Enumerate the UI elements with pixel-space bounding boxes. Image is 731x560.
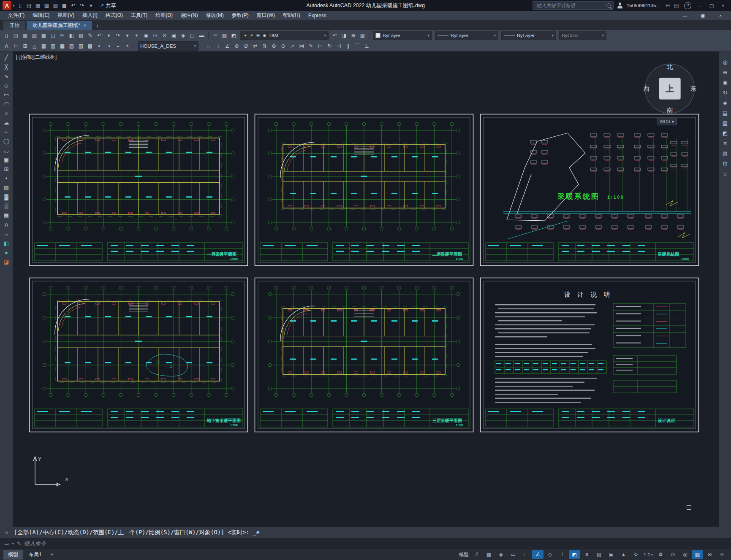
viewcube-wcs-menu[interactable]: WCS ▾ (657, 118, 677, 125)
redo-icon[interactable]: ↷ (78, 1, 87, 10)
grid-display-icon[interactable]: ⊡ (720, 159, 730, 168)
leader-icon[interactable]: ↗ (288, 41, 297, 50)
layer-on-icon[interactable]: ● (242, 32, 248, 39)
dimension-update-icon[interactable]: ↻ (325, 41, 334, 50)
account-id[interactable]: 15059991135... (627, 3, 660, 8)
menu-item[interactable]: 窗口(W) (253, 11, 279, 19)
layer-color-swatch[interactable]: ■ (261, 32, 267, 39)
share-button[interactable]: ↗ 共享 (97, 2, 120, 9)
recent-commands-icon[interactable]: ▾ (12, 541, 14, 546)
color-dropdown[interactable]: ByLayer ▾ (373, 31, 432, 40)
tool-palettes-icon[interactable]: ▢ (188, 31, 197, 40)
tolerance-icon[interactable]: ⊕ (269, 41, 278, 50)
home-view-icon[interactable]: ⌂ (720, 169, 730, 178)
menu-item[interactable]: 格式(O) (102, 11, 127, 19)
pan-hand-icon[interactable]: ⊕ (720, 68, 730, 77)
annotation-visibility-icon[interactable]: ▲ (618, 550, 629, 559)
inspect-dimension-icon[interactable]: ⊥ (362, 41, 371, 50)
layer-control-dropdown[interactable]: ●☀◉■ DIM ▾ (240, 31, 329, 40)
circle-icon[interactable]: ○ (1, 109, 11, 118)
layer-isolate-icon[interactable]: ◩ (229, 31, 238, 40)
layer-walk-icon[interactable]: ▧ (358, 31, 367, 40)
layer-states-icon[interactable]: ▦ (220, 31, 229, 40)
ungroup-icon[interactable]: ▨ (76, 41, 85, 50)
compass-north-label[interactable]: 北 (667, 63, 673, 71)
snap-icon[interactable]: ▩ (483, 550, 495, 559)
mirror-icon[interactable]: ◓ (123, 41, 132, 50)
pan-icon[interactable]: ＋ (132, 31, 141, 40)
model-space-canvas[interactable]: [-][俯视][二维线框] 北 南 东 西 上 WCS ▾ Y × 一层采暖平面… (13, 51, 719, 527)
viewport-controls[interactable]: [-][俯视][二维线框] (16, 54, 57, 61)
eraser-icon[interactable]: ◪ (1, 257, 11, 266)
dimension-radius-icon[interactable]: ⊘ (232, 41, 241, 50)
plotstyle-dropdown[interactable]: ByColor ▾ (559, 31, 606, 40)
apps-icon[interactable]: ▤ (672, 1, 681, 10)
dimension-angular-icon[interactable]: ∠ (223, 41, 232, 50)
line-icon[interactable]: ╱ (1, 53, 11, 62)
properties-palette-icon[interactable]: ▣ (169, 31, 178, 40)
jogged-dimension-icon[interactable]: ⌒ (353, 41, 362, 50)
command-input-bar[interactable]: ▭ ▾ ✎ 键入命令 (0, 538, 731, 549)
anchor-left-icon[interactable]: ◩ (720, 129, 730, 138)
menu-item[interactable]: 插入(I) (79, 11, 101, 19)
menu-item[interactable]: 文件(F) (4, 11, 28, 19)
lineweight-icon[interactable]: ≡ (581, 550, 592, 559)
dimension-continue-icon[interactable]: ⇄ (251, 41, 260, 50)
zoom-previous-icon[interactable]: ⊙ (160, 31, 169, 40)
command-close-icon[interactable]: × (5, 530, 8, 536)
annotation-scale-label[interactable]: 1:1▾ (642, 550, 654, 559)
menu-item[interactable]: 修改(M) (202, 11, 228, 19)
marker-icon[interactable]: ● (1, 248, 11, 257)
view-controls-icon[interactable]: ▦ (720, 119, 730, 127)
clean-screen-icon[interactable]: ⊠ (704, 550, 715, 559)
zoom-icon[interactable]: ◉ (720, 78, 730, 87)
quick-dimension-icon[interactable]: ⋈ (297, 41, 306, 50)
window-maximize-icon[interactable]: ▢ (706, 1, 717, 10)
divide-icon[interactable]: ◐ (95, 41, 104, 50)
doc-minimize-icon[interactable]: — (679, 11, 690, 20)
menu-item[interactable]: Express (304, 12, 330, 19)
region-icon[interactable]: ▥ (49, 41, 57, 50)
drawing-sheet-plan-basement[interactable]: 地下室采暖平面图1:100 (29, 277, 248, 433)
dimension-break-icon[interactable]: ⊣ (334, 41, 343, 50)
customization-icon[interactable]: ≣ (716, 550, 728, 559)
dimension-diameter-icon[interactable]: ∅ (242, 41, 250, 50)
undo-icon[interactable]: ↶ (95, 31, 104, 40)
design-center-icon[interactable]: ◈ (179, 31, 188, 40)
palette-icon[interactable]: ◧ (1, 239, 11, 248)
polar-tracking-icon[interactable]: ∠ (532, 550, 543, 559)
plot-icon[interactable]: ▥ (52, 1, 60, 10)
drawing-sheet-plan-1f[interactable]: 一层采暖平面图1:100 (29, 114, 248, 266)
viewcube-top-face[interactable]: 上 (659, 78, 681, 100)
dimension-baseline-icon[interactable]: ⇅ (260, 41, 269, 50)
gradient-icon[interactable]: ▓ (1, 192, 11, 201)
menu-item[interactable]: 工具(T) (127, 11, 151, 19)
steering-wheel-icon[interactable]: ◎ (720, 58, 730, 67)
layer-sun-icon[interactable]: ☀ (249, 32, 255, 39)
annotation-monitor-icon[interactable]: ⊙ (667, 550, 679, 559)
layer-properties-icon[interactable]: ≣ (211, 31, 220, 40)
autocad-logo[interactable]: A (3, 1, 11, 10)
table-style-icon[interactable]: ⊞ (21, 41, 30, 50)
dimension-style-dropdown[interactable]: HOUSE_A_DES ▾ (138, 41, 198, 51)
isometric-drafting-icon[interactable]: ◇ (544, 550, 556, 559)
menu-item[interactable]: 视图(V) (54, 11, 78, 19)
publish-icon[interactable]: ◫ (49, 31, 57, 40)
ellipse-icon[interactable]: ◯ (1, 137, 11, 146)
drawing-sheet-system[interactable]: 采暖系统图1:100采暖系统图1:100 (480, 114, 699, 266)
new-tab-button[interactable]: + (93, 22, 102, 30)
doc-restore-icon[interactable]: ▣ (697, 11, 708, 20)
ortho-icon[interactable]: ∟ (520, 550, 531, 559)
menu-item[interactable]: 参数(P) (228, 11, 253, 19)
object-snap-tracking-icon[interactable]: ⊥ (557, 550, 568, 559)
paste-icon[interactable]: ▨ (76, 31, 85, 40)
drawing-sheet-plan-2f[interactable]: 二层采暖平面图1:100 (254, 114, 474, 266)
help-icon[interactable]: ? (684, 2, 691, 9)
cart-icon[interactable]: ⊟ (663, 1, 672, 10)
polygon-icon[interactable]: ◇ (1, 81, 11, 90)
layer-unlock-icon[interactable]: ◨ (340, 31, 348, 40)
layer-panel-icon[interactable]: ▧ (720, 149, 730, 158)
point-style-icon[interactable]: ▤ (39, 41, 48, 50)
menu-item[interactable]: 编辑(E) (29, 11, 53, 19)
table-icon[interactable]: ▦ (1, 211, 11, 220)
